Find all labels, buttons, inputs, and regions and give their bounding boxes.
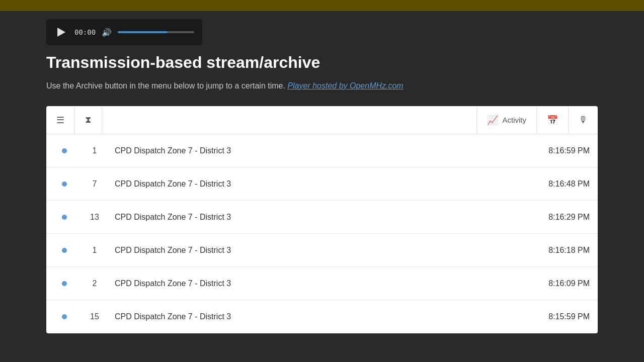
timestamp: 8:16:18 PM — [489, 246, 590, 255]
channel-name: CPD Dispatch Zone 7 - District 3 — [115, 246, 489, 255]
channel-name: CPD Dispatch Zone 7 - District 3 — [115, 213, 489, 222]
progress-fill — [118, 31, 168, 33]
filter-icon: ⧗ — [85, 115, 92, 125]
status-dot — [62, 182, 67, 187]
time-display: 00:00 — [74, 28, 96, 36]
table-row[interactable]: 1 CPD Dispatch Zone 7 - District 3 8:16:… — [46, 134, 598, 167]
status-dot — [62, 148, 67, 153]
microphone-button[interactable]: 🎙 — [569, 106, 598, 134]
row-number: 2 — [74, 279, 115, 288]
activity-chart-icon: 📈 — [487, 115, 498, 126]
calendar-button[interactable]: 📅 — [537, 106, 569, 134]
timestamp: 8:16:09 PM — [489, 279, 590, 288]
dot-cell — [54, 215, 74, 220]
dot-cell — [54, 148, 74, 153]
progress-bar[interactable] — [118, 31, 194, 33]
top-bar — [0, 0, 644, 11]
activity-button[interactable]: 📈 Activity — [477, 106, 537, 134]
dot-cell — [54, 314, 74, 319]
dot-cell — [54, 281, 74, 286]
menu-button[interactable]: ☰ — [46, 106, 75, 134]
play-icon — [57, 28, 65, 37]
timestamp: 8:16:48 PM — [489, 179, 590, 189]
status-dot — [62, 215, 67, 220]
audio-player: 00:00 🔊 — [46, 19, 202, 45]
description-text: Use the Archive button in the menu below… — [46, 81, 285, 90]
status-dot — [62, 248, 67, 253]
activity-label: Activity — [502, 116, 526, 124]
channel-name: CPD Dispatch Zone 7 - District 3 — [115, 146, 489, 155]
dot-cell — [54, 182, 74, 187]
table-row[interactable]: 1 CPD Dispatch Zone 7 - District 3 8:16:… — [46, 234, 598, 267]
row-number: 1 — [74, 146, 115, 155]
timestamp: 8:16:59 PM — [489, 146, 590, 155]
status-dot — [62, 314, 67, 319]
menu-icon: ☰ — [56, 115, 64, 126]
calendar-icon: 📅 — [547, 115, 558, 126]
channel-name: CPD Dispatch Zone 7 - District 3 — [115, 312, 489, 321]
table-toolbar: ☰ ⧗ 📈 Activity 📅 🎙 — [46, 106, 598, 134]
timestamp: 8:15:59 PM — [489, 312, 590, 321]
openmhz-link[interactable]: Player hosted by OpenMHz.com — [287, 81, 403, 90]
dot-cell — [54, 248, 74, 253]
volume-icon[interactable]: 🔊 — [102, 28, 112, 37]
row-number: 13 — [74, 213, 115, 222]
table-body: 1 CPD Dispatch Zone 7 - District 3 8:16:… — [46, 134, 598, 333]
table-row[interactable]: 2 CPD Dispatch Zone 7 - District 3 8:16:… — [46, 267, 598, 300]
table-row[interactable]: 7 CPD Dispatch Zone 7 - District 3 8:16:… — [46, 167, 598, 201]
table-container: ☰ ⧗ 📈 Activity 📅 🎙 1 CPD Dispatch Zone 7… — [46, 106, 598, 333]
toolbar-spacer — [102, 106, 477, 134]
status-dot — [62, 281, 67, 286]
row-number: 1 — [74, 246, 115, 255]
filter-button[interactable]: ⧗ — [75, 106, 102, 134]
table-row[interactable]: 15 CPD Dispatch Zone 7 - District 3 8:15… — [46, 300, 598, 333]
row-number: 7 — [74, 179, 115, 189]
channel-name: CPD Dispatch Zone 7 - District 3 — [115, 279, 489, 288]
row-number: 15 — [74, 312, 115, 321]
microphone-icon: 🎙 — [579, 115, 588, 125]
timestamp: 8:16:29 PM — [489, 213, 590, 222]
table-row[interactable]: 13 CPD Dispatch Zone 7 - District 3 8:16… — [46, 201, 598, 234]
description: Use the Archive button in the menu below… — [46, 80, 598, 92]
play-button[interactable] — [54, 25, 68, 39]
channel-name: CPD Dispatch Zone 7 - District 3 — [115, 179, 489, 189]
page-title: Transmission-based stream/archive — [46, 53, 598, 72]
